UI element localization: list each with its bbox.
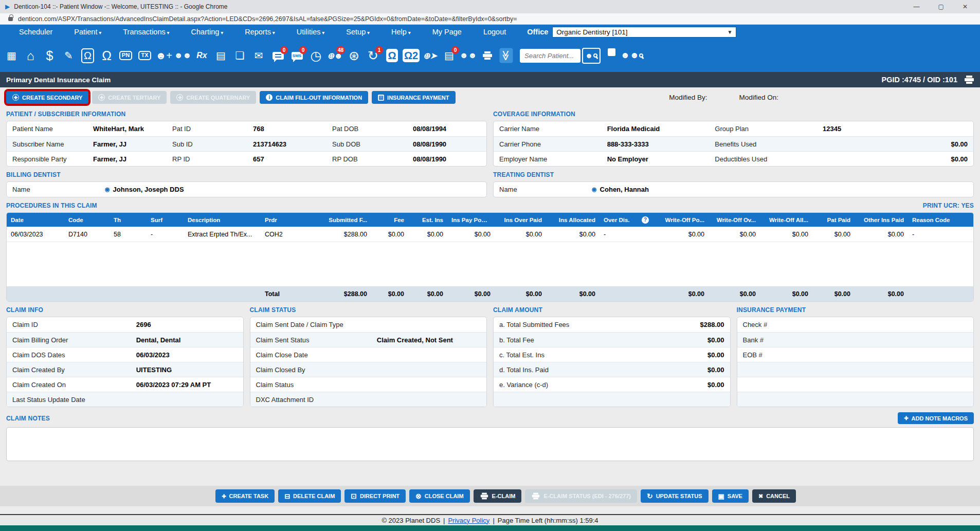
chat-icon[interactable]: 0 [268, 45, 287, 66]
cancel-button[interactable]: CANCEL [752, 489, 796, 503]
perio-chart-icon[interactable]: Ω [97, 45, 116, 66]
meeting-icon[interactable]: ⊛ [344, 45, 364, 66]
address-bar[interactable]: denticon.com/ASPX/Transactions/AdvancedI… [0, 13, 980, 25]
field-label: Last Status Update Date [7, 396, 131, 404]
claim-fillout-information-button[interactable]: CLAIM FILL-OUT INFORMATION [260, 91, 368, 104]
scan-icon[interactable]: ❏ [230, 45, 249, 66]
restorative-chart-icon[interactable]: Ω [78, 45, 97, 66]
add-patient-icon[interactable]: ☻+ [154, 45, 173, 66]
nav-transactions[interactable]: Transactions [112, 28, 180, 36]
nav-scheduler[interactable]: Scheduler [8, 28, 63, 36]
procedure-row[interactable]: 06/03/2023D714058-Extract Erpted Th/Ex..… [7, 227, 973, 242]
tooth-1-icon[interactable]: Ω [383, 45, 402, 66]
nav-reports[interactable]: Reports [234, 28, 286, 36]
nav-logout[interactable]: Logout [473, 28, 517, 36]
family-search-icon[interactable]: ☻☻ [621, 50, 643, 61]
direct-print-button[interactable]: DIRECT PRINT [344, 489, 406, 503]
close-button[interactable]: ✕ [963, 3, 968, 10]
home-icon[interactable]: ⌂ [21, 45, 40, 66]
field-value: $0.00 [817, 155, 973, 163]
e-claim-button[interactable]: E-CLAIM [474, 489, 522, 503]
delete-claim-button[interactable]: DELETE CLAIM [278, 489, 341, 503]
multi-office-checkbox[interactable] [608, 48, 615, 56]
field-label: Claim Created On [7, 381, 131, 389]
cell: $0.00 [495, 231, 546, 238]
office-select-value: Organic Dentistry [101] [556, 28, 627, 36]
claim-notes-textarea[interactable] [6, 427, 974, 461]
clock-icon[interactable]: ◷ [306, 45, 325, 66]
main-nav: Scheduler Patient Transactions Charting … [0, 25, 980, 39]
progress-notes-icon[interactable]: PN [116, 45, 135, 66]
maximize-button[interactable]: ▢ [938, 3, 944, 10]
table-row: Bank # [737, 332, 974, 347]
user-sync-icon[interactable]: ↻1 [364, 45, 383, 66]
column-header: Submitted F... [312, 217, 371, 223]
treating-dentist-name: Cohen, Hannah [586, 186, 973, 193]
create-tertiary-button[interactable]: CREATE TERTIARY [92, 91, 167, 104]
coverage-table: Carrier NameFlorida MedicaidGroup Plan12… [493, 121, 974, 167]
table-row: Claim ID2696 [7, 317, 243, 332]
create-quaternary-button[interactable]: CREATE QUATERNARY [170, 91, 256, 104]
update-status-button[interactable]: UPDATE STATUS [641, 489, 709, 503]
field-value: 06/03/2023 [131, 351, 243, 359]
privacy-policy-link[interactable]: Privacy Policy [448, 517, 489, 524]
office-label: Office [517, 28, 552, 36]
add-family-icon[interactable]: ☻☻ [173, 45, 192, 66]
table-row: b. Total Fee$0.00 [494, 332, 730, 347]
table-row: EOB # [737, 347, 974, 362]
nav-my-page[interactable]: My Page [422, 28, 473, 36]
time-clock-icon[interactable]: ⊕☻48 [325, 45, 344, 66]
cell: Total [261, 290, 312, 298]
insurance-payment-button[interactable]: INSURANCE PAYMENT [372, 91, 455, 104]
collapse-icon[interactable]: ≫ [497, 45, 516, 66]
print-page-icon[interactable] [965, 76, 974, 84]
table-row: Claim Closed By [250, 362, 487, 377]
patient-search-button[interactable]: ☻ [582, 48, 601, 64]
mail-icon[interactable]: ✉ [249, 45, 268, 66]
tooth-2-icon[interactable]: Ω2 [402, 45, 421, 66]
table-row: Claim Close Date [250, 347, 487, 362]
table-row: Subscriber NameFarmer, JJSub ID213714623… [7, 136, 486, 151]
rx-icon[interactable]: Rx [192, 45, 211, 66]
url-text: denticon.com/ASPX/Transactions/AdvancedI… [18, 15, 517, 23]
minimize-button[interactable]: — [914, 3, 920, 10]
create-task-button[interactable]: CREATE TASK [215, 489, 275, 503]
nav-setup[interactable]: Setup [335, 28, 380, 36]
table-row: c. Total Est. Ins$0.00 [494, 347, 730, 362]
office-select[interactable]: Organic Dentistry [101] ▼ [552, 27, 736, 38]
nav-patient[interactable]: Patient [63, 28, 112, 36]
window-titlebar: ▶ Denticon-104 ::- Patient Window -:: We… [0, 0, 980, 13]
print-icon[interactable] [478, 45, 497, 66]
treatment-plans-icon[interactable]: TX [135, 45, 154, 66]
lock-icon [8, 17, 13, 21]
notification-badge: 0 [451, 46, 459, 54]
close-claim-button[interactable]: CLOSE CLAIM [409, 489, 470, 503]
claim-center-icon[interactable]: ▤0 [440, 45, 459, 66]
staff-icon[interactable]: ☻☻ [459, 45, 478, 66]
field-value: 08/08/1990 [407, 140, 486, 148]
nav-charting[interactable]: Charting [180, 28, 234, 36]
create-secondary-button[interactable]: CREATE SECONDARY [6, 91, 88, 104]
nav-utilities[interactable]: Utilities [286, 28, 336, 36]
field-label: b. Total Fee [494, 336, 618, 344]
route-slip-icon[interactable]: ▤ [211, 45, 230, 66]
sms-icon[interactable]: SMS0 [287, 45, 306, 66]
print-ucr-label: PRINT UCR: YES [923, 202, 974, 209]
copyright: © 2023 Planet DDS [382, 517, 440, 524]
web-access-icon[interactable]: ⊕➤ [421, 45, 440, 66]
add-note-macros-button[interactable]: ADD NOTE MACROS [898, 412, 974, 424]
nav-help[interactable]: Help [380, 28, 422, 36]
search-input[interactable] [520, 49, 580, 63]
eye-icon [592, 186, 597, 193]
save-button[interactable]: SAVE [712, 489, 749, 503]
field-value: $0.00 [817, 140, 973, 148]
billing-dentist-heading: BILLING DENTIST [6, 171, 487, 178]
e-claim-status-button[interactable]: E-CLAIM STATUS (EDI - 276/277) [525, 489, 637, 503]
notification-badge: 1 [375, 46, 383, 54]
claim-amount-table: a. Total Submitted Fees$288.00b. Total F… [493, 317, 731, 407]
column-header: Over Dis. [600, 217, 636, 223]
schedule-icon[interactable]: ▦ [2, 45, 21, 66]
payments-icon[interactable]: $ [40, 45, 59, 66]
print-icon [351, 492, 357, 500]
chart-edit-icon[interactable]: ✎ [59, 45, 78, 66]
